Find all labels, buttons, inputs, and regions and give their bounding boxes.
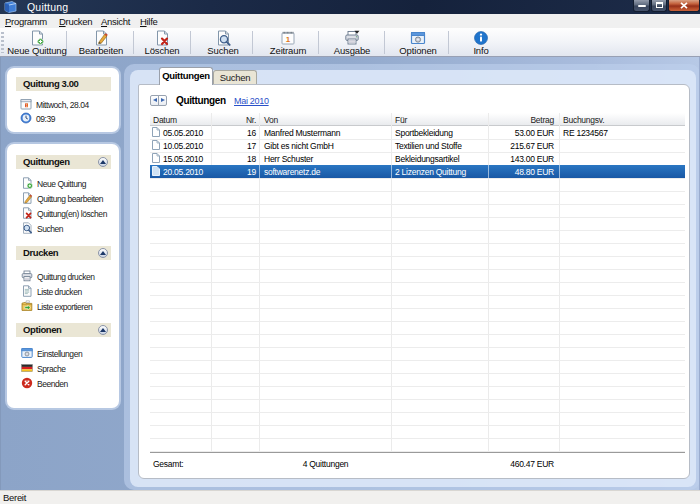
svg-text:1: 1 <box>286 35 291 44</box>
